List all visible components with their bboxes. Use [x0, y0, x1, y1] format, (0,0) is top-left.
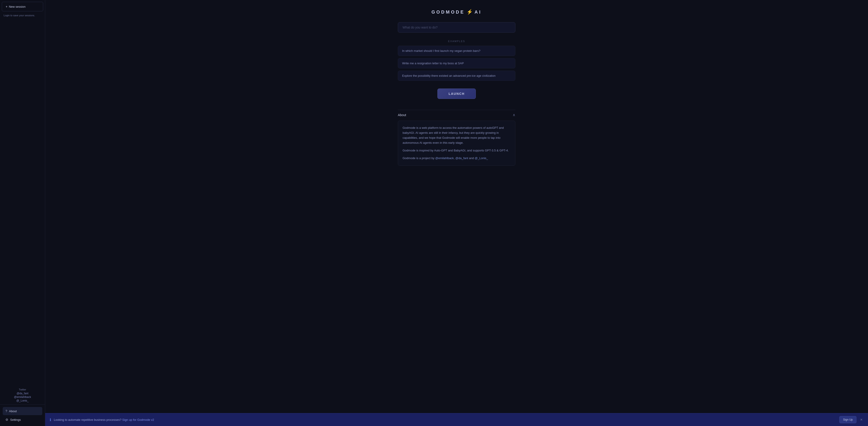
about-title: About — [398, 113, 406, 117]
sidebar-item-settings[interactable]: ⚙ Settings — [3, 416, 42, 424]
twitter-handle-1[interactable]: @da_fant — [4, 392, 41, 395]
launch-button[interactable]: LAUNCH — [437, 88, 475, 99]
logo: GODMODE ⚡ AI — [432, 9, 482, 15]
close-banner-button[interactable]: × — [859, 417, 864, 422]
sign-up-button[interactable]: Sign Up — [839, 416, 857, 423]
bottom-banner: ℹ Looking to automate repetitive busines… — [45, 413, 868, 426]
examples-label: EXAMPLES — [398, 40, 515, 42]
about-header[interactable]: About ∧ — [398, 110, 515, 120]
sidebar-spacer — [0, 20, 45, 387]
sidebar-bottom-nav: ? About ⚙ Settings — [0, 404, 45, 426]
question-icon: ? — [5, 409, 7, 413]
about-description-1: Godmode is a web platform to access the … — [403, 125, 510, 145]
search-container — [398, 22, 515, 33]
search-input[interactable] — [398, 22, 515, 33]
example-card-3[interactable]: Explore the possibility there existed an… — [398, 70, 515, 81]
twitter-label: Twitter — [4, 388, 41, 391]
about-link-3[interactable]: @_Lonis_ — [475, 157, 488, 160]
about-comma: , — [454, 157, 455, 160]
about-and: and — [468, 157, 475, 160]
about-link-2[interactable]: @da_fant — [456, 157, 468, 160]
logo-text-left: GODMODE — [432, 9, 465, 15]
twitter-section: Twitter @da_fant @emilahlback @_Lonis_ — [0, 387, 45, 404]
twitter-handle-3[interactable]: @_Lonis_ — [4, 399, 41, 402]
examples-section: EXAMPLES In which market should I first … — [398, 40, 515, 83]
about-section: About ∧ Godmode is a web platform to acc… — [398, 110, 515, 166]
banner-link[interactable]: Sign up for Godmode v2 — [122, 418, 154, 422]
gear-icon: ⚙ — [5, 418, 8, 422]
main-content: GODMODE ⚡ AI EXAMPLES In which market sh… — [45, 0, 868, 426]
sidebar: + New session Login to save your session… — [0, 0, 45, 426]
about-description-3-prefix: Godmode is a project by — [403, 157, 435, 160]
example-card-2[interactable]: Write me a resignation letter to my boss… — [398, 58, 515, 68]
chevron-up-icon: ∧ — [513, 113, 515, 117]
about-description-3: Godmode is a project by @emilahlback, @d… — [403, 156, 510, 161]
example-card-1[interactable]: In which market should I first launch my… — [398, 46, 515, 56]
sidebar-item-about[interactable]: ? About — [3, 407, 42, 415]
info-icon: ℹ — [50, 418, 51, 422]
about-description-2: Godmode is inspired by Auto-GPT and Baby… — [403, 148, 510, 153]
new-session-button[interactable]: + New session — [2, 2, 43, 11]
twitter-handle-2[interactable]: @emilahlback — [4, 395, 41, 399]
about-link-1[interactable]: @emilahlback — [435, 157, 454, 160]
login-text: Login to save your sessions. — [0, 13, 45, 20]
plus-icon: + — [6, 5, 7, 8]
logo-text-right: AI — [474, 9, 482, 15]
bolt-icon: ⚡ — [467, 9, 473, 15]
about-content: Godmode is a web platform to access the … — [398, 121, 515, 166]
banner-text: Looking to automate repetitive business … — [54, 418, 837, 422]
